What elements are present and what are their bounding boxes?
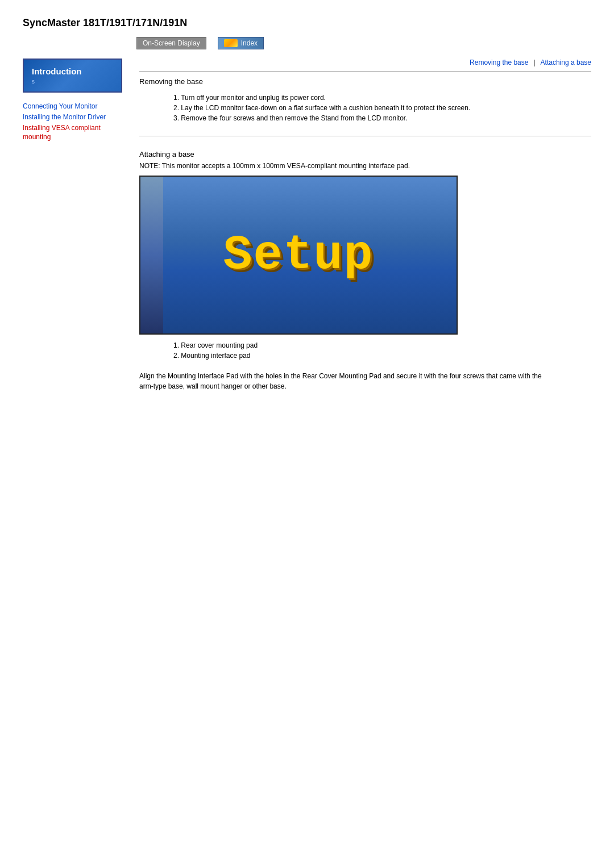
top-nav: On-Screen Display Index	[23, 37, 591, 49]
breadcrumb-removing[interactable]: Removing the base	[470, 59, 528, 66]
page-title: SyncMaster 181T/191T/171N/191N	[23, 17, 591, 29]
caption-item-1: Rear cover mounting pad	[173, 341, 591, 349]
section-divider	[139, 136, 591, 136]
sidebar-item-connecting[interactable]: Connecting Your Monitor	[23, 102, 122, 111]
driver-link[interactable]: Installing the Monitor Driver	[23, 112, 122, 122]
removing-steps-list: Turn off your monitor and unplug its pow…	[173, 94, 591, 122]
removing-heading: Removing the base	[139, 77, 591, 86]
attaching-note: NOTE: This monitor accepts a 100mm x 100…	[139, 162, 591, 170]
removing-step-1: Turn off your monitor and unplug its pow…	[173, 94, 591, 102]
sidebar-navigation: Connecting Your Monitor Installing the M…	[23, 102, 122, 142]
content-area: Removing the base | Attaching a base Rem…	[122, 59, 591, 391]
breadcrumb-attaching[interactable]: Attaching a base	[541, 59, 591, 66]
removing-step-3: Remove the four screws and then remove t…	[173, 114, 591, 122]
intro-banner-subtitle: s	[32, 78, 113, 85]
image-sidebar-decoration	[140, 177, 163, 333]
sidebar-item-vesa[interactable]: Installing VESA compliant mounting	[23, 123, 122, 143]
breadcrumb: Removing the base | Attaching a base	[139, 59, 591, 72]
index-icon	[224, 39, 238, 47]
main-layout: Introduction s Connecting Your Monitor I…	[23, 59, 591, 391]
intro-banner-label: Introduction	[32, 66, 81, 76]
index-button[interactable]: Index	[218, 37, 264, 49]
align-instructions: Align the Mounting Interface Pad with th…	[139, 371, 549, 391]
vesa-link[interactable]: Installing VESA compliant mounting	[23, 123, 122, 143]
caption-item-2: Mounting interface pad	[173, 352, 591, 360]
intro-banner: Introduction s	[23, 59, 122, 93]
sidebar-item-driver[interactable]: Installing the Monitor Driver	[23, 112, 122, 122]
removing-step-2: Lay the LCD monitor face-down on a flat …	[173, 104, 591, 112]
breadcrumb-separator: |	[534, 59, 536, 66]
setup-image: Setup	[139, 176, 458, 335]
caption-list: Rear cover mounting pad Mounting interfa…	[173, 341, 591, 360]
osd-button[interactable]: On-Screen Display	[136, 37, 206, 49]
sidebar: Introduction s Connecting Your Monitor I…	[23, 59, 122, 391]
setup-image-text: Setup	[223, 228, 374, 283]
attaching-heading: Attaching a base	[139, 150, 591, 158]
connecting-link[interactable]: Connecting Your Monitor	[23, 102, 122, 111]
index-button-label: Index	[241, 39, 258, 47]
